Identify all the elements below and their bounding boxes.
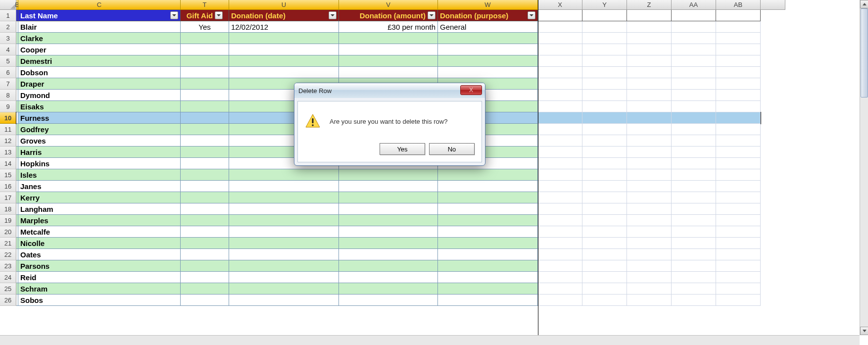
cell-t[interactable] xyxy=(181,192,229,203)
cell-w[interactable] xyxy=(438,192,538,203)
col-header-w[interactable]: W xyxy=(438,0,538,10)
cell-u[interactable] xyxy=(229,55,339,67)
table-row[interactable]: Parsons xyxy=(16,260,761,272)
dialog-yes-button[interactable]: Yes xyxy=(380,143,425,155)
table-row[interactable]: Langham xyxy=(16,203,761,215)
cell-ab[interactable] xyxy=(716,55,761,67)
cell-z[interactable] xyxy=(627,55,672,67)
table-row[interactable]: Nicolle xyxy=(16,238,761,249)
cell-w[interactable] xyxy=(438,33,538,44)
cell-y[interactable] xyxy=(582,67,627,78)
table-row[interactable]: Sobos xyxy=(16,295,761,306)
cell-z[interactable] xyxy=(627,215,672,226)
cell-v[interactable] xyxy=(339,295,438,306)
cell-c[interactable]: Parsons xyxy=(18,260,181,272)
cell-v[interactable] xyxy=(339,272,438,283)
cell-y[interactable] xyxy=(582,295,627,306)
cell-t[interactable] xyxy=(181,249,229,260)
cell-x[interactable] xyxy=(538,260,582,272)
cell-u[interactable] xyxy=(229,260,339,272)
cell-w[interactable] xyxy=(438,55,538,67)
row-header-24[interactable]: 24 xyxy=(0,272,16,283)
cell-u[interactable] xyxy=(229,215,339,226)
cell-aa[interactable] xyxy=(672,158,716,169)
cell-aa[interactable] xyxy=(672,260,716,272)
cell-z[interactable] xyxy=(627,169,672,181)
cell-y[interactable] xyxy=(582,238,627,249)
cell-v[interactable] xyxy=(339,283,438,295)
col-header-c[interactable]: C xyxy=(18,0,181,10)
cell-ab[interactable] xyxy=(716,249,761,260)
row-header-10[interactable]: 10 xyxy=(0,112,16,124)
cell-ab[interactable] xyxy=(716,78,761,90)
row-header-23[interactable]: 23 xyxy=(0,260,16,272)
cell-w[interactable]: General xyxy=(438,21,538,33)
cell-z[interactable] xyxy=(627,272,672,283)
row-header-5[interactable]: 5 xyxy=(0,55,16,67)
cell-ab[interactable] xyxy=(716,215,761,226)
cell-z[interactable] xyxy=(627,249,672,260)
cell-x[interactable] xyxy=(538,112,582,124)
cell-aa[interactable] xyxy=(672,78,716,90)
cell-aa[interactable] xyxy=(672,238,716,249)
cell-y[interactable] xyxy=(582,78,627,90)
cell-v[interactable] xyxy=(339,215,438,226)
cell-y[interactable] xyxy=(582,112,627,124)
cell-aa[interactable] xyxy=(672,124,716,135)
cell-w[interactable] xyxy=(438,67,538,78)
row-header-13[interactable]: 13 xyxy=(0,147,16,158)
cell-v[interactable] xyxy=(339,260,438,272)
cell-x[interactable] xyxy=(538,124,582,135)
row-header-1[interactable]: 1 xyxy=(0,10,16,21)
cell-u[interactable]: 12/02/2012 xyxy=(229,21,339,33)
header-gift-aid[interactable]: Gift Aid xyxy=(181,10,229,21)
row-header-14[interactable]: 14 xyxy=(0,158,16,169)
cell-y[interactable] xyxy=(582,147,627,158)
cell-z[interactable] xyxy=(627,147,672,158)
table-row[interactable]: Cooper xyxy=(16,44,761,55)
cell-ab[interactable] xyxy=(716,158,761,169)
cell-t[interactable] xyxy=(181,203,229,215)
row-header-15[interactable]: 15 xyxy=(0,169,16,181)
cell-c[interactable]: Hopkins xyxy=(18,158,181,169)
cell-t[interactable] xyxy=(181,90,229,101)
header-donation-date[interactable]: Donation (date) xyxy=(229,10,339,21)
cell-ab[interactable] xyxy=(716,203,761,215)
cell-w[interactable] xyxy=(438,44,538,55)
cell-aa[interactable] xyxy=(672,135,716,147)
cell-u[interactable] xyxy=(229,67,339,78)
cell-w[interactable] xyxy=(438,249,538,260)
cell-ab[interactable] xyxy=(716,44,761,55)
cell-u[interactable] xyxy=(229,203,339,215)
cell-t[interactable] xyxy=(181,44,229,55)
cell-y[interactable] xyxy=(582,226,627,238)
cell-ab[interactable] xyxy=(716,238,761,249)
row-header-26[interactable]: 26 xyxy=(0,295,16,306)
cell-aa[interactable] xyxy=(672,169,716,181)
row-header-18[interactable]: 18 xyxy=(0,203,16,215)
cell-y[interactable] xyxy=(582,135,627,147)
cell-ab[interactable] xyxy=(716,101,761,112)
cell-c[interactable]: Kerry xyxy=(18,192,181,203)
cell-x[interactable] xyxy=(538,272,582,283)
header-donation-amount[interactable]: Donation (amount) xyxy=(339,10,438,21)
cell-u[interactable] xyxy=(229,169,339,181)
scroll-thumb[interactable] xyxy=(861,8,868,98)
row-header-17[interactable]: 17 xyxy=(0,192,16,203)
row-header-3[interactable]: 3 xyxy=(0,33,16,44)
horizontal-scrollbar[interactable] xyxy=(0,335,860,345)
cell-x[interactable] xyxy=(538,90,582,101)
cell-ab[interactable] xyxy=(716,90,761,101)
dialog-titlebar[interactable]: Delete Row X xyxy=(294,83,485,98)
table-row[interactable]: Demestri xyxy=(16,55,761,67)
table-row[interactable]: Isles xyxy=(16,169,761,181)
cell-aa[interactable] xyxy=(672,101,716,112)
cell-v[interactable] xyxy=(339,238,438,249)
cell-t[interactable] xyxy=(181,283,229,295)
cell-w[interactable] xyxy=(438,203,538,215)
cell-z[interactable] xyxy=(627,238,672,249)
cell-y[interactable] xyxy=(582,55,627,67)
dialog-close-button[interactable]: X xyxy=(460,85,482,95)
cell-c[interactable]: Metcalfe xyxy=(18,226,181,238)
row-header-2[interactable]: 2 xyxy=(0,21,16,33)
